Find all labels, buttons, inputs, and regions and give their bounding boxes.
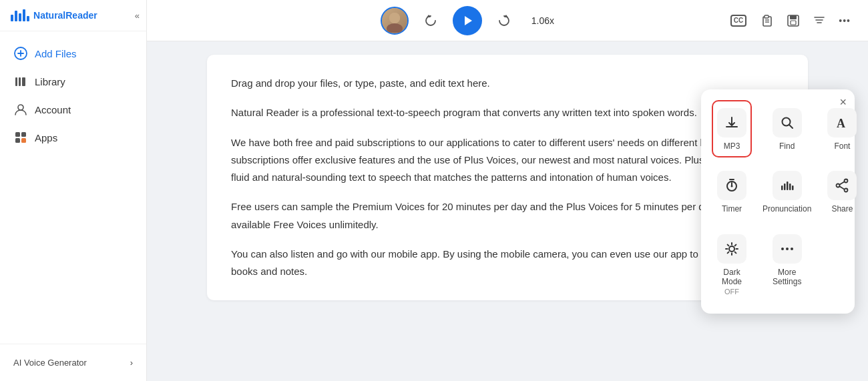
- logo-icon: [11, 9, 29, 21]
- font-icon: A: [827, 108, 857, 137]
- svg-line-49: [728, 244, 729, 246]
- sidebar-nav: Add Files Library Account: [0, 31, 146, 344]
- svg-line-50: [735, 252, 736, 253]
- save-layout-button[interactable]: [783, 10, 804, 31]
- svg-rect-34: [781, 185, 783, 190]
- clipboard-button[interactable]: [756, 10, 777, 31]
- more-settings-label: More Settings: [773, 268, 801, 287]
- svg-line-51: [735, 244, 736, 246]
- more-settings-icon: [773, 234, 802, 264]
- svg-point-40: [837, 184, 840, 187]
- svg-point-41: [845, 189, 848, 192]
- font-label: Font: [834, 141, 850, 151]
- timer-icon: [717, 171, 746, 200]
- main-area: 1.06x CC: [147, 0, 868, 381]
- svg-text:A: A: [837, 117, 845, 130]
- speed-control[interactable]: 1.06x: [526, 13, 560, 29]
- svg-rect-8: [21, 132, 26, 137]
- download-icon: [717, 108, 746, 137]
- toolbar-right: CC: [726, 10, 855, 31]
- pronunciation-label: Pronunciation: [763, 204, 811, 214]
- toolbar: 1.06x CC: [147, 0, 868, 41]
- popup-item-pronunciation[interactable]: Pronunciation: [757, 163, 817, 220]
- apps-icon: [13, 130, 28, 145]
- svg-rect-35: [784, 183, 786, 190]
- find-label: Find: [779, 141, 795, 151]
- popup-item-mp3[interactable]: MP3: [712, 100, 752, 157]
- account-label: Account: [35, 104, 71, 115]
- svg-point-12: [387, 23, 403, 33]
- more-options-button[interactable]: •••: [835, 11, 855, 30]
- logo-text: NaturalReader: [33, 10, 97, 21]
- library-icon: [13, 74, 28, 89]
- add-files-label: Add Files: [35, 48, 77, 59]
- play-button[interactable]: [453, 6, 482, 35]
- timer-label: Timer: [722, 204, 742, 214]
- popup-item-more-settings[interactable]: More Settings: [757, 226, 817, 303]
- text-paragraph-1: Drag and drop your files, or type, paste…: [231, 75, 784, 92]
- svg-rect-36: [787, 181, 789, 190]
- library-label: Library: [35, 76, 65, 87]
- popup-item-find[interactable]: Find: [757, 100, 817, 157]
- svg-rect-22: [790, 15, 797, 19]
- sidebar-item-ai-voice[interactable]: AI Voice Generator ›: [0, 351, 146, 374]
- svg-point-39: [845, 179, 848, 183]
- svg-rect-23: [791, 21, 796, 25]
- ai-voice-label: AI Voice Generator: [13, 358, 87, 368]
- svg-line-28: [789, 125, 793, 128]
- share-label: Share: [831, 204, 853, 214]
- svg-point-32: [731, 185, 733, 187]
- cc-button[interactable]: CC: [726, 11, 750, 31]
- svg-marker-15: [465, 16, 472, 25]
- ai-voice-arrow-icon: ›: [130, 358, 133, 368]
- search-icon: [773, 108, 802, 137]
- svg-rect-5: [22, 77, 25, 86]
- forward-button[interactable]: [493, 9, 515, 32]
- svg-line-43: [840, 187, 845, 190]
- svg-rect-7: [15, 132, 20, 137]
- avatar-image: [382, 8, 407, 33]
- dark-mode-label: Dark Mode OFF: [717, 268, 746, 296]
- svg-point-54: [786, 248, 789, 250]
- avatar[interactable]: [381, 7, 409, 35]
- svg-line-42: [840, 182, 845, 185]
- sidebar-item-account[interactable]: Account: [0, 95, 146, 123]
- sidebar-item-library[interactable]: Library: [0, 67, 146, 95]
- sun-icon: [717, 234, 746, 264]
- popup-item-timer[interactable]: Timer: [712, 163, 752, 220]
- svg-point-53: [781, 248, 784, 250]
- popup-menu: × MP3: [701, 89, 855, 314]
- cc-icon: CC: [730, 15, 746, 27]
- svg-line-52: [728, 252, 729, 253]
- share-icon: [827, 171, 857, 200]
- svg-rect-10: [21, 138, 26, 143]
- sidebar: NaturalReader « Add Files L: [0, 0, 147, 381]
- content-area: Drag and drop your files, or type, paste…: [147, 41, 868, 381]
- sidebar-item-apps[interactable]: Apps: [0, 123, 146, 151]
- svg-rect-4: [19, 77, 21, 86]
- svg-rect-38: [792, 185, 794, 190]
- mp3-label: MP3: [724, 141, 740, 151]
- apps-label: Apps: [35, 132, 57, 143]
- svg-rect-9: [15, 138, 20, 143]
- plus-circle-icon: [13, 46, 28, 61]
- svg-rect-37: [789, 183, 791, 190]
- popup-item-share[interactable]: Share: [822, 163, 862, 220]
- svg-point-55: [791, 248, 793, 250]
- sidebar-collapse-button[interactable]: «: [135, 11, 140, 21]
- logo: NaturalReader: [11, 9, 97, 21]
- svg-point-6: [18, 105, 23, 110]
- popup-close-button[interactable]: ×: [839, 96, 847, 108]
- svg-rect-18: [765, 15, 769, 18]
- account-icon: [13, 102, 28, 117]
- sidebar-header: NaturalReader «: [0, 0, 146, 31]
- sidebar-item-add-files[interactable]: Add Files: [0, 39, 146, 67]
- toolbar-center: 1.06x: [381, 6, 560, 35]
- svg-point-44: [729, 246, 734, 252]
- svg-point-13: [389, 13, 400, 23]
- popup-item-dark-mode[interactable]: Dark Mode OFF: [712, 226, 752, 303]
- rewind-button[interactable]: [419, 9, 442, 32]
- pronunciation-icon: [773, 171, 802, 200]
- svg-rect-3: [15, 77, 17, 86]
- filter-button[interactable]: [809, 11, 829, 31]
